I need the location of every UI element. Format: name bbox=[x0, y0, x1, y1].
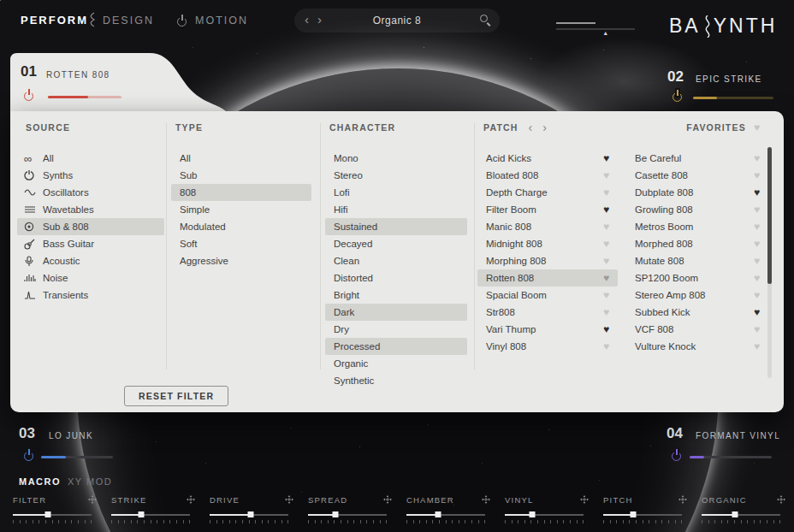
patch-item[interactable]: Str808♥ bbox=[477, 304, 618, 321]
character-item-clean[interactable]: Clean bbox=[325, 252, 467, 269]
favorite-icon[interactable]: ♥ bbox=[603, 204, 609, 215]
character-item-processed[interactable]: Processed bbox=[325, 338, 467, 355]
source-item-bass-guitar[interactable]: Bass Guitar bbox=[17, 235, 164, 252]
slot-2-power-button[interactable] bbox=[673, 92, 682, 102]
drag-assign-icon[interactable] bbox=[678, 495, 687, 504]
drag-assign-icon[interactable] bbox=[777, 495, 785, 504]
macro-slider[interactable] bbox=[702, 511, 780, 517]
character-item-decayed[interactable]: Decayed bbox=[325, 235, 467, 252]
source-item-all[interactable]: ∞ All bbox=[17, 150, 164, 167]
patch-item[interactable]: VCF 808♥ bbox=[626, 321, 768, 338]
favorites-header[interactable]: FAVORITES bbox=[686, 122, 746, 133]
favorite-icon[interactable]: ♥ bbox=[603, 187, 609, 198]
patch-item[interactable]: Growling 808♥ bbox=[626, 201, 768, 218]
favorite-icon[interactable]: ♥ bbox=[754, 187, 760, 198]
favorite-icon[interactable]: ♥ bbox=[603, 307, 609, 317]
favorite-icon[interactable]: ♥ bbox=[603, 170, 609, 180]
tab-motion[interactable]: MOTION bbox=[195, 15, 248, 27]
type-item-sub[interactable]: Sub bbox=[171, 167, 311, 184]
patch-item[interactable]: Midnight 808♥ bbox=[477, 235, 618, 252]
slot-3-power-button[interactable] bbox=[24, 452, 33, 461]
source-item-sub-808[interactable]: Sub & 808 bbox=[17, 218, 164, 235]
patch-item-selected[interactable]: Rotten 808♥ bbox=[477, 269, 618, 287]
tab-perform[interactable]: PERFORM bbox=[21, 14, 88, 27]
slot-1-power-button[interactable] bbox=[24, 92, 33, 101]
patch-item[interactable]: Depth Charge♥ bbox=[477, 184, 618, 201]
output-meter[interactable]: ▲ bbox=[556, 21, 638, 36]
reset-filter-button[interactable]: RESET FILTER bbox=[124, 386, 228, 406]
character-item-mono[interactable]: Mono bbox=[325, 150, 467, 167]
macro-slider[interactable] bbox=[505, 511, 584, 517]
favorite-icon[interactable]: ♥ bbox=[603, 341, 609, 352]
type-item-808[interactable]: 808 bbox=[171, 184, 311, 201]
drag-assign-icon[interactable] bbox=[580, 495, 589, 504]
favorite-icon[interactable]: ♥ bbox=[754, 239, 760, 249]
source-item-oscillators[interactable]: Oscillators bbox=[17, 184, 164, 201]
patch-item[interactable]: Be Careful♥ bbox=[626, 150, 768, 167]
patch-prev-button[interactable]: ‹ bbox=[529, 121, 533, 133]
tab-macro[interactable]: MACRO bbox=[19, 476, 61, 487]
meter-marker-icon[interactable]: ▲ bbox=[602, 30, 608, 36]
favorite-icon[interactable]: ♥ bbox=[754, 222, 760, 232]
favorite-icon[interactable]: ♥ bbox=[603, 256, 609, 266]
favorite-icon[interactable]: ♥ bbox=[754, 273, 760, 283]
patch-next-button[interactable]: › bbox=[542, 121, 547, 133]
slot-4-power-button[interactable] bbox=[672, 452, 681, 461]
patch-item[interactable]: Morphed 808♥ bbox=[626, 235, 768, 252]
patch-item[interactable]: Metros Boom♥ bbox=[626, 218, 768, 235]
search-icon[interactable] bbox=[480, 15, 488, 22]
macro-slider[interactable] bbox=[308, 511, 387, 517]
source-item-transients[interactable]: Transients bbox=[17, 287, 164, 304]
patch-item[interactable]: Subbed Kick♥ bbox=[626, 304, 768, 321]
patch-item[interactable]: Acid Kicks♥ bbox=[477, 150, 618, 167]
patch-item[interactable]: Vinyl 808♥ bbox=[477, 338, 618, 355]
drag-assign-icon[interactable] bbox=[187, 495, 195, 504]
character-item-dark[interactable]: Dark bbox=[325, 304, 467, 321]
patch-item[interactable]: Manic 808♥ bbox=[477, 218, 618, 235]
character-item-hifi[interactable]: Hifi bbox=[325, 201, 467, 218]
favorite-icon[interactable]: ♥ bbox=[754, 307, 760, 317]
drag-assign-icon[interactable] bbox=[285, 495, 293, 504]
source-item-noise[interactable]: Noise bbox=[17, 269, 164, 287]
tab-xy-mod[interactable]: XY MOD bbox=[68, 476, 112, 487]
favorite-icon[interactable]: ♥ bbox=[754, 341, 760, 352]
patch-item[interactable]: SP1200 Boom♥ bbox=[626, 269, 768, 287]
macro-slider[interactable] bbox=[13, 511, 92, 517]
character-item-organic[interactable]: Organic bbox=[325, 355, 467, 372]
type-item-modulated[interactable]: Modulated bbox=[171, 218, 311, 235]
macro-slider[interactable] bbox=[210, 511, 288, 517]
favorite-icon[interactable]: ♥ bbox=[754, 256, 760, 266]
favorite-icon[interactable]: ♥ bbox=[754, 324, 760, 334]
patch-item[interactable]: Filter Boom♥ bbox=[477, 201, 618, 218]
macro-slider[interactable] bbox=[603, 511, 682, 517]
patch-item[interactable]: Vari Thump♥ bbox=[477, 321, 618, 338]
macro-slider[interactable] bbox=[406, 511, 485, 517]
favorite-icon[interactable]: ♥ bbox=[603, 239, 609, 249]
character-item-distorted[interactable]: Distorted bbox=[325, 269, 467, 287]
character-item-lofi[interactable]: Lofi bbox=[325, 184, 467, 201]
source-item-acoustic[interactable]: Acoustic bbox=[17, 252, 164, 269]
drag-assign-icon[interactable] bbox=[383, 495, 392, 504]
patch-item[interactable]: Stereo Amp 808♥ bbox=[626, 287, 768, 304]
slot-4-volume-slider[interactable] bbox=[690, 456, 772, 458]
slot-1-volume-slider[interactable] bbox=[48, 96, 121, 98]
slot-2-volume-slider[interactable] bbox=[693, 97, 773, 99]
patch-item[interactable]: Bloated 808♥ bbox=[477, 167, 618, 184]
preset-search-bar[interactable]: ‹ › Organic 8 bbox=[294, 9, 500, 33]
patch-item[interactable]: Casette 808♥ bbox=[626, 167, 768, 184]
favorite-icon[interactable]: ♥ bbox=[754, 204, 760, 215]
patch-scrollbar-thumb[interactable] bbox=[767, 147, 772, 284]
source-item-synths[interactable]: Synths bbox=[17, 167, 164, 184]
type-item-aggressive[interactable]: Aggressive bbox=[171, 252, 311, 269]
favorite-icon[interactable]: ♥ bbox=[603, 290, 609, 300]
favorite-icon[interactable]: ♥ bbox=[754, 170, 760, 180]
patch-item[interactable]: Mutate 808♥ bbox=[626, 252, 768, 269]
tab-design[interactable]: DESIGN bbox=[103, 15, 154, 27]
favorite-icon[interactable]: ♥ bbox=[603, 222, 609, 232]
patch-item[interactable]: Dubplate 808♥ bbox=[626, 184, 768, 201]
patch-item[interactable]: Morphing 808♥ bbox=[477, 252, 618, 269]
patch-item[interactable]: Vulture Knock♥ bbox=[626, 338, 768, 355]
favorite-icon[interactable]: ♥ bbox=[603, 273, 609, 283]
type-item-all[interactable]: All bbox=[171, 150, 311, 167]
favorites-heart-icon[interactable]: ♥ bbox=[754, 122, 760, 133]
